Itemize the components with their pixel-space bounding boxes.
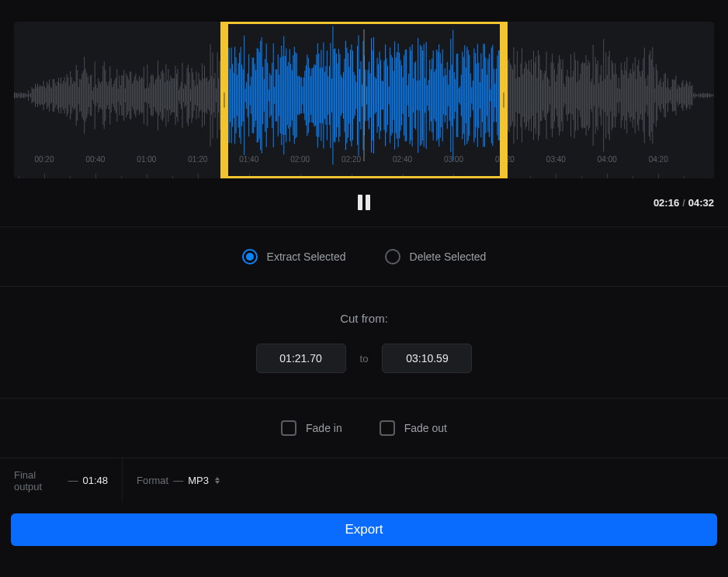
svg-rect-83	[111, 78, 112, 112]
svg-rect-99	[130, 72, 130, 119]
svg-rect-242	[296, 54, 297, 137]
svg-rect-264	[322, 67, 323, 123]
svg-rect-555	[661, 87, 662, 104]
svg-rect-297	[360, 61, 361, 130]
svg-rect-309	[375, 77, 376, 114]
svg-rect-122	[156, 78, 157, 113]
svg-rect-153	[192, 72, 193, 118]
selection-handle-right[interactable]	[500, 22, 508, 178]
svg-rect-106	[137, 81, 138, 109]
svg-rect-558	[665, 73, 666, 118]
svg-rect-60	[84, 57, 85, 133]
svg-rect-38	[58, 78, 59, 112]
svg-rect-292	[355, 75, 355, 116]
svg-rect-163	[204, 66, 205, 126]
svg-rect-570	[679, 86, 680, 104]
svg-rect-132	[168, 69, 168, 122]
export-button[interactable]: Export	[11, 513, 717, 546]
svg-rect-396	[476, 64, 477, 127]
svg-rect-426	[511, 65, 511, 125]
svg-rect-359	[433, 50, 434, 140]
delete-selected-option[interactable]: Delete Selected	[385, 249, 487, 264]
svg-rect-498	[595, 57, 596, 134]
svg-rect-577	[687, 83, 688, 108]
svg-rect-159	[199, 79, 200, 111]
svg-rect-444	[532, 75, 532, 116]
svg-rect-87	[116, 78, 116, 113]
svg-rect-451	[540, 70, 541, 122]
fade-in-label: Fade in	[306, 422, 342, 434]
timeline: 00:2000:4001:0001:2001:4002:0002:2002:40…	[14, 157, 714, 172]
svg-rect-511	[610, 79, 611, 111]
fade-in-option[interactable]: Fade in	[281, 420, 342, 436]
svg-rect-218	[269, 89, 269, 101]
cut-to-input[interactable]	[382, 344, 472, 373]
svg-rect-152	[192, 67, 192, 123]
svg-rect-455	[545, 71, 546, 120]
svg-rect-3	[18, 93, 19, 98]
svg-rect-283	[344, 59, 345, 133]
svg-rect-138	[175, 66, 175, 126]
svg-rect-67	[92, 91, 93, 100]
svg-rect-550	[656, 64, 657, 127]
svg-rect-76	[102, 66, 103, 125]
svg-rect-547	[652, 47, 653, 144]
svg-rect-53	[76, 65, 77, 126]
svg-rect-116	[149, 83, 150, 108]
svg-rect-278	[338, 49, 339, 142]
svg-rect-209	[258, 49, 258, 142]
svg-rect-37	[57, 81, 58, 109]
svg-rect-162	[203, 78, 204, 112]
svg-rect-167	[209, 80, 210, 111]
svg-rect-410	[492, 45, 493, 146]
svg-rect-0	[14, 92, 15, 98]
svg-rect-134	[170, 76, 171, 116]
svg-rect-449	[538, 50, 539, 141]
svg-rect-194	[241, 47, 241, 143]
svg-rect-89	[118, 89, 119, 102]
svg-rect-204	[252, 57, 253, 133]
svg-rect-454	[544, 74, 545, 118]
svg-rect-569	[678, 85, 678, 105]
svg-rect-458	[549, 79, 549, 111]
svg-rect-461	[552, 54, 553, 137]
svg-rect-171	[213, 78, 214, 112]
format-select[interactable]: MP3	[188, 475, 220, 486]
waveform[interactable]: 00:2000:4001:0001:2001:4002:0002:2002:40…	[14, 22, 714, 178]
svg-rect-399	[480, 82, 480, 109]
svg-rect-578	[688, 86, 689, 105]
svg-rect-501	[598, 83, 599, 107]
svg-rect-272	[331, 78, 332, 112]
svg-rect-30	[49, 79, 50, 111]
extract-selected-option[interactable]: Extract Selected	[242, 249, 346, 264]
svg-rect-123	[158, 60, 158, 130]
svg-rect-573	[682, 80, 683, 111]
svg-rect-251	[307, 55, 307, 136]
svg-rect-265	[323, 43, 324, 149]
svg-rect-40	[61, 78, 61, 113]
svg-rect-75	[102, 81, 102, 109]
svg-rect-364	[439, 44, 439, 147]
cut-from-input[interactable]	[256, 344, 346, 373]
svg-rect-472	[565, 87, 566, 104]
fade-out-option[interactable]: Fade out	[380, 420, 447, 436]
svg-rect-488	[584, 63, 584, 127]
svg-rect-224	[276, 69, 276, 121]
pause-button[interactable]	[348, 187, 380, 218]
svg-rect-362	[436, 50, 437, 141]
svg-rect-505	[603, 39, 604, 151]
svg-rect-527	[629, 73, 629, 117]
svg-rect-554	[660, 78, 661, 112]
svg-rect-256	[313, 67, 314, 123]
selection-handle-left[interactable]	[220, 22, 228, 178]
svg-rect-201	[248, 54, 249, 136]
svg-rect-11	[27, 94, 28, 96]
svg-rect-476	[570, 78, 570, 112]
svg-rect-434	[520, 64, 521, 127]
svg-rect-403	[484, 44, 485, 147]
svg-rect-594	[707, 92, 708, 98]
svg-rect-98	[128, 80, 129, 112]
fade-out-label: Fade out	[404, 422, 447, 434]
svg-rect-232	[285, 56, 286, 135]
svg-rect-330	[399, 53, 400, 138]
